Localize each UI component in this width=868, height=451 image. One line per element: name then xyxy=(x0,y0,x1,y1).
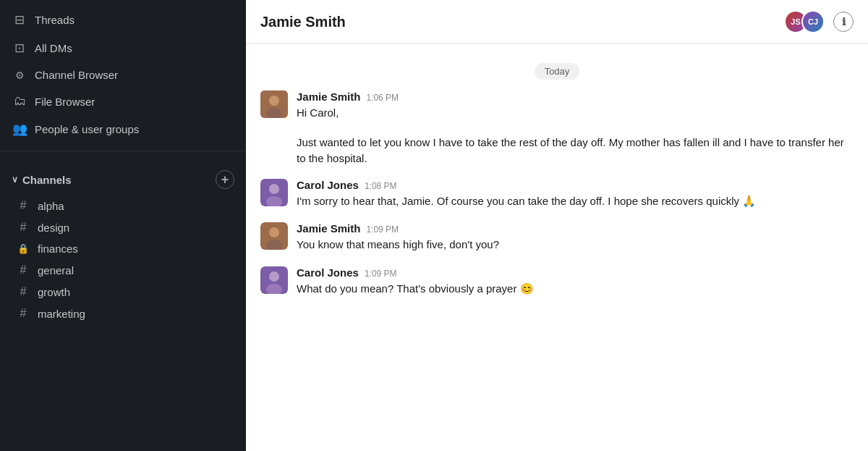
avatar-carol: CJ xyxy=(801,10,825,33)
avatar xyxy=(260,179,288,206)
channel-name: finances xyxy=(38,243,78,255)
message-time: 1:09 PM xyxy=(366,224,399,235)
people-groups-icon: 👥 xyxy=(12,122,27,137)
message-time: 1:06 PM xyxy=(366,93,399,103)
message-meta: Carol Jones 1:09 PM xyxy=(297,266,854,279)
channel-item-growth[interactable]: # growth xyxy=(0,281,246,303)
message-text: Hi Carol, xyxy=(297,105,854,122)
channel-name: alpha xyxy=(38,200,64,212)
message-content: Jamie Smith 1:06 PM Hi Carol, xyxy=(297,90,854,122)
sidebar-item-label: Channel Browser xyxy=(35,69,118,81)
participants-avatars[interactable]: JS CJ xyxy=(784,10,825,33)
hash-icon: # xyxy=(16,199,30,212)
info-button[interactable]: ℹ xyxy=(833,12,854,32)
channel-name: marketing xyxy=(38,308,85,320)
chevron-down-icon: ∨ xyxy=(12,174,18,185)
channel-name: design xyxy=(38,222,69,234)
message-content: Carol Jones 1:09 PM What do you mean? Th… xyxy=(297,266,854,298)
message-time: 1:09 PM xyxy=(365,269,397,279)
channels-collapse-toggle[interactable]: ∨ Channels xyxy=(12,174,72,186)
sidebar-item-label: All DMs xyxy=(35,42,72,54)
hash-icon: # xyxy=(16,264,30,277)
message-content: Jamie Smith 1:09 PM You know that means … xyxy=(297,222,854,253)
sidebar-item-label: People & user groups xyxy=(35,123,139,135)
channel-item-marketing[interactable]: # marketing xyxy=(0,303,246,324)
sidebar-item-label: Threads xyxy=(35,14,75,26)
channels-label: Channels xyxy=(22,174,72,186)
info-icon: ℹ xyxy=(842,16,846,28)
sidebar: ⊟ Threads ⊡ All DMs ⚙ Channel Browser 🗂 … xyxy=(0,0,246,451)
threads-icon: ⊟ xyxy=(12,12,27,28)
message-sender: Carol Jones xyxy=(297,266,359,279)
add-channel-button[interactable]: + xyxy=(216,170,234,189)
message-time: 1:08 PM xyxy=(365,181,397,191)
messages-area[interactable]: Today Jamie Smith 1:06 PM Hi Carol, xyxy=(246,44,868,451)
message-sender: Jamie Smith xyxy=(297,90,360,103)
sidebar-item-file-browser[interactable]: 🗂 File Browser xyxy=(0,88,246,115)
message-group: Jamie Smith 1:06 PM Hi Carol, xyxy=(260,90,854,122)
channel-item-alpha[interactable]: # alpha xyxy=(0,195,246,216)
message-sender: Jamie Smith xyxy=(297,222,360,235)
svg-point-10 xyxy=(269,271,279,282)
channel-item-finances[interactable]: 🔒 finances xyxy=(0,238,246,259)
message-meta: Carol Jones 1:08 PM xyxy=(297,179,854,191)
message-group: Jamie Smith 1:09 PM You know that means … xyxy=(260,222,854,253)
message-sender: Carol Jones xyxy=(297,179,359,191)
sidebar-item-people-groups[interactable]: 👥 People & user groups xyxy=(0,115,246,143)
message-text: What do you mean? That's obviously a pra… xyxy=(297,281,854,298)
message-content: Carol Jones 1:08 PM I'm sorry to hear th… xyxy=(297,179,854,210)
message-meta: Jamie Smith 1:06 PM xyxy=(297,90,854,103)
sidebar-item-label: File Browser xyxy=(35,96,95,108)
avatar xyxy=(260,222,288,250)
sidebar-item-channel-browser[interactable]: ⚙ Channel Browser xyxy=(0,62,246,88)
channel-item-design[interactable]: # design xyxy=(0,216,246,238)
sidebar-item-threads[interactable]: ⊟ Threads xyxy=(0,6,246,34)
svg-point-1 xyxy=(269,96,279,106)
chat-title: Jamie Smith xyxy=(260,14,346,30)
svg-point-4 xyxy=(269,184,279,194)
channels-section-header: ∨ Channels + xyxy=(0,159,246,195)
avatar xyxy=(260,90,288,118)
avatar xyxy=(260,266,288,294)
svg-point-7 xyxy=(269,227,279,237)
file-browser-icon: 🗂 xyxy=(12,94,27,109)
message-text: You know that means high five, don't you… xyxy=(297,237,854,253)
message-meta: Jamie Smith 1:09 PM xyxy=(297,222,854,235)
date-divider: Today xyxy=(260,64,854,77)
message-group: Carol Jones 1:09 PM What do you mean? Th… xyxy=(260,266,854,298)
lock-icon: 🔒 xyxy=(16,243,30,254)
sidebar-item-all-dms[interactable]: ⊡ All DMs xyxy=(0,34,246,62)
channel-list: # alpha # design 🔒 finances # general # … xyxy=(0,195,246,324)
channel-name: growth xyxy=(38,286,70,298)
channel-browser-icon: ⚙ xyxy=(12,69,27,81)
message-text: I'm sorry to hear that, Jamie. Of course… xyxy=(297,193,854,210)
channel-item-general[interactable]: # general xyxy=(0,259,246,281)
hash-icon: # xyxy=(16,221,30,234)
all-dms-icon: ⊡ xyxy=(12,41,27,56)
chat-header: Jamie Smith JS CJ ℹ xyxy=(246,0,868,44)
channel-name: general xyxy=(38,264,74,277)
hash-icon: # xyxy=(16,307,30,320)
message-text: Just wanted to let you know I have to ta… xyxy=(297,135,854,167)
hash-icon: # xyxy=(16,285,30,298)
message-continuation: Just wanted to let you know I have to ta… xyxy=(260,135,854,167)
header-actions: JS CJ ℹ xyxy=(784,10,854,33)
message-group: Carol Jones 1:08 PM I'm sorry to hear th… xyxy=(260,179,854,210)
date-label: Today xyxy=(535,63,580,80)
main-content: Jamie Smith JS CJ ℹ Today xyxy=(246,0,868,451)
